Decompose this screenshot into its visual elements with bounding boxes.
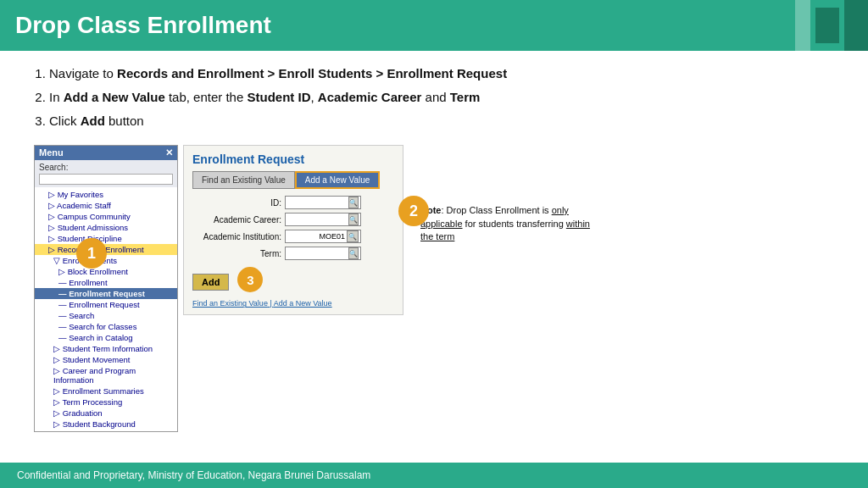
form-row-id: ID: 🔍 (192, 196, 394, 209)
career-input-wrapper: 🔍 (285, 213, 361, 226)
menu-search-input[interactable] (39, 174, 173, 185)
form-row-institution: Academic Institution: MOE01 🔍 (192, 230, 394, 243)
bottom-links: Find an Existing Value | Add a New Value (192, 299, 394, 308)
menu-item-student-admissions[interactable]: ▷ Student Admissions (35, 222, 177, 233)
menu-item-search-catalog[interactable]: — Search in Catalog (35, 332, 177, 343)
enrollment-panel: Enrollment Request Find an Existing Valu… (183, 145, 403, 315)
term-input-wrapper: 🔍 (285, 247, 361, 260)
menu-item-enrollment[interactable]: — Enrollment (35, 277, 177, 288)
menu-item-block-enrollment[interactable]: ▷ Block Enrollment (35, 266, 177, 277)
enrollment-panel-title: Enrollment Request (192, 152, 394, 166)
bottom-link-add[interactable]: Add a New Value (274, 299, 332, 308)
tab-find-existing[interactable]: Find an Existing Value (192, 171, 295, 189)
note-text2: for students transferring (463, 219, 566, 229)
header-bar1 (795, 0, 810, 51)
header-decoration (795, 0, 868, 51)
menu-header: Menu ✕ (35, 146, 177, 160)
menu-item-academic-staff[interactable]: ▷ Academic Staff (35, 200, 177, 211)
menu-items: ▷ My Favorites ▷ Academic Staff ▷ Campus… (35, 187, 177, 431)
career-search-btn[interactable]: 🔍 (348, 214, 359, 225)
menu-search-row: Search: (35, 160, 177, 187)
form-row-term: Term: 🔍 (192, 247, 394, 260)
menu-item-student-term[interactable]: ▷ Student Term Information (35, 343, 177, 354)
screenshot-wrapper: 1 Menu ✕ Search: ▷ My Favorites ▷ Academ… (34, 145, 843, 432)
menu-item-campus-community[interactable]: ▷ Campus Community (35, 211, 177, 222)
menu-item-term-processing[interactable]: ▷ Term Processing (35, 396, 177, 408)
menu-item-enrollment-request2[interactable]: — Enrollment Request (35, 299, 177, 310)
header-bar3 (844, 0, 868, 51)
institution-value: MOE01 (319, 232, 345, 241)
menu-item-career-program[interactable]: ▷ Career and Program Information (35, 365, 177, 385)
career-input[interactable] (287, 214, 347, 225)
footer: Confidential and Proprietary, Ministry o… (0, 463, 868, 488)
term-input[interactable] (287, 247, 347, 259)
bottom-link-find[interactable]: Find an Existing Value (192, 299, 268, 308)
menu-item-search-classes[interactable]: — Search for Classes (35, 321, 177, 332)
menu-item-student-background[interactable]: ▷ Student Background (35, 419, 177, 430)
career-label: Academic Career: (192, 215, 281, 225)
tab-add-new[interactable]: Add a New Value (295, 171, 381, 189)
id-input-wrapper: 🔍 (285, 196, 361, 209)
institution-search-btn[interactable]: 🔍 (347, 230, 359, 242)
institution-label: Academic Institution: (192, 232, 281, 241)
note-area: Note: Drop Class Enrollment is only appl… (420, 204, 590, 243)
instruction-2-bold4: Term (450, 90, 481, 104)
id-label: ID: (192, 198, 281, 208)
instruction-2-bold2: Student ID (247, 90, 310, 104)
callout-1: 1 (76, 238, 107, 269)
form-row-career: Academic Career: 🔍 (192, 213, 394, 226)
menu-item-enrollment-request[interactable]: — Enrollment Request (35, 288, 177, 299)
term-search-btn[interactable]: 🔍 (348, 247, 359, 259)
menu-item-graduation[interactable]: ▷ Graduation (35, 408, 177, 419)
menu-item-enrollment-summaries[interactable]: ▷ Enrollment Summaries (35, 385, 177, 396)
note-text: : Drop Class Enrollment is (441, 205, 551, 215)
form-area: ID: 🔍 Academic Career: 🔍 (192, 196, 394, 260)
menu-item-student-discipline[interactable]: ▷ Student Discipline (35, 233, 177, 244)
menu-item-student-movement[interactable]: ▷ Student Movement (35, 354, 177, 365)
footer-text: Confidential and Proprietary, Ministry o… (17, 469, 370, 481)
header: Drop Class Enrollment (0, 0, 868, 51)
menu-panel: Menu ✕ Search: ▷ My Favorites ▷ Academic… (34, 145, 178, 432)
instruction-1: Navigate to Records and Enrollment > Enr… (49, 64, 843, 83)
instruction-2-bold1: Add a New Value (64, 90, 165, 104)
instruction-2-bold3: Academic Career (318, 90, 422, 104)
instruction-3: Click Add button (49, 112, 843, 130)
callout-3: 3 (237, 267, 263, 292)
header-bar2 (815, 8, 839, 43)
id-search-btn[interactable]: 🔍 (348, 197, 359, 208)
id-input[interactable] (287, 197, 347, 208)
term-label: Term: (192, 249, 281, 258)
institution-input-wrapper: MOE01 🔍 (285, 230, 361, 243)
main-content: Navigate to Records and Enrollment > Enr… (0, 51, 868, 439)
page-title: Drop Class Enrollment (15, 12, 271, 39)
callout-2: 2 (398, 196, 429, 226)
instruction-2: In Add a New Value tab, enter the Studen… (49, 88, 843, 107)
menu-item-favorites[interactable]: ▷ My Favorites (35, 189, 177, 200)
instruction-3-bold: Add (81, 114, 105, 128)
menu-item-search[interactable]: — Search (35, 310, 177, 321)
tab-row: Find an Existing Value Add a New Value (192, 171, 394, 189)
instruction-1-bold: Records and Enrollment > Enroll Students… (117, 66, 507, 80)
instructions-list: Navigate to Records and Enrollment > Enr… (25, 64, 843, 135)
add-button[interactable]: Add (192, 274, 229, 291)
